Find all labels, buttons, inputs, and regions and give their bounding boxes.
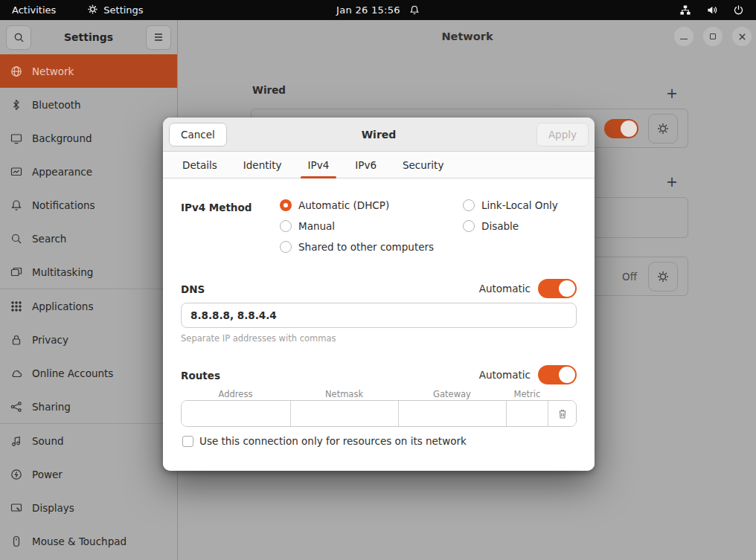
add-wired-connection-button[interactable]: + — [662, 83, 682, 103]
sidebar-item-sound[interactable]: Sound — [0, 424, 177, 457]
dialog-title: Wired — [163, 129, 595, 141]
sidebar-item-label: Appearance — [32, 166, 92, 178]
sidebar-item-label: Mouse & Touchpad — [32, 535, 126, 547]
dns-automatic-toggle[interactable] — [538, 279, 577, 298]
sidebar-item-applications[interactable]: Applications › — [0, 289, 177, 323]
tab-ipv6[interactable]: IPv6 — [347, 152, 384, 178]
sidebar-item-power[interactable]: Power — [0, 457, 177, 491]
background-icon — [10, 132, 22, 144]
notifications-bell-icon[interactable] — [409, 4, 420, 16]
bluetooth-icon — [10, 99, 22, 111]
page-title: Network — [179, 30, 756, 42]
activities-button[interactable]: Activities — [0, 4, 68, 16]
tab-details[interactable]: Details — [175, 152, 225, 178]
dns-label: DNS — [181, 283, 205, 295]
column-header-gateway: Gateway — [398, 389, 506, 399]
wired-settings-gear-button[interactable] — [648, 114, 678, 144]
gear-icon — [656, 122, 670, 135]
ipv4-page: IPv4 Method Automatic (DHCP) Manual Shar… — [163, 178, 595, 471]
wired-section-heading: Wired — [252, 84, 286, 96]
focused-app-menu[interactable]: Settings — [87, 4, 143, 17]
route-metric-input[interactable] — [506, 401, 548, 426]
radio-label: Disable — [481, 220, 519, 232]
column-header-metric: Metric — [506, 389, 548, 399]
radio-shared[interactable]: Shared to other computers — [280, 241, 434, 253]
clock[interactable]: Jan 26 15:56 — [336, 4, 400, 16]
route-netmask-input[interactable] — [290, 401, 398, 426]
gear-icon — [656, 270, 670, 283]
sidebar-item-search[interactable]: Search — [0, 222, 177, 255]
sidebar-item-label: Background — [32, 132, 92, 144]
multitasking-icon — [10, 266, 22, 278]
column-header-netmask: Netmask — [290, 389, 398, 399]
sidebar-item-multitasking[interactable]: Multitasking — [0, 255, 177, 289]
sidebar-item-label: Notifications — [32, 199, 95, 211]
sidebar-item-label: Bluetooth — [32, 99, 81, 111]
tab-security[interactable]: Security — [395, 152, 451, 178]
radio-icon — [463, 199, 475, 211]
routes-label: Routes — [181, 370, 220, 382]
cloud-icon — [10, 367, 22, 379]
radio-icon — [280, 241, 292, 253]
dns-hint: Separate IP addresses with commas — [181, 333, 336, 344]
sidebar-item-label: Applications — [32, 300, 93, 312]
proxy-settings-gear-button[interactable] — [648, 262, 678, 292]
delete-route-button[interactable] — [548, 401, 576, 426]
routes-automatic-toggle[interactable] — [538, 365, 577, 384]
sidebar-item-network[interactable]: Network — [0, 54, 177, 88]
volume-icon — [706, 4, 718, 16]
gear-icon — [87, 4, 98, 17]
sidebar-item-label: Search — [32, 233, 66, 245]
apply-button[interactable]: Apply — [536, 123, 589, 147]
radio-automatic-dhcp[interactable]: Automatic (DHCP) — [280, 199, 389, 211]
radio-icon — [280, 220, 292, 232]
dns-input[interactable] — [181, 303, 577, 328]
route-address-input[interactable] — [182, 401, 290, 426]
sidebar-item-bluetooth[interactable]: Bluetooth — [0, 88, 177, 121]
column-header-address: Address — [181, 389, 290, 399]
radio-link-local[interactable]: Link-Local Only — [463, 199, 558, 211]
radio-manual[interactable]: Manual — [280, 220, 335, 232]
sidebar-item-notifications[interactable]: Notifications — [0, 188, 177, 222]
sidebar-item-label: Online Accounts — [32, 367, 113, 379]
radio-icon — [280, 199, 292, 211]
sidebar-item-mouse-touchpad[interactable]: Mouse & Touchpad — [0, 524, 177, 558]
sidebar-search-button[interactable] — [6, 25, 31, 50]
share-icon — [10, 401, 22, 413]
main-headerbar: Network — [179, 20, 756, 52]
sidebar-title: Settings — [31, 31, 146, 43]
wired-toggle[interactable] — [604, 119, 638, 138]
sidebar-item-privacy[interactable]: Privacy › — [0, 323, 177, 356]
radio-label: Automatic (DHCP) — [298, 199, 389, 211]
sidebar-item-online-accounts[interactable]: Online Accounts — [0, 356, 177, 390]
tab-identity[interactable]: Identity — [236, 152, 289, 178]
sidebar-item-background[interactable]: Background — [0, 121, 177, 155]
checkbox-label: Use this connection only for resources o… — [199, 435, 467, 447]
top-bar: Activities Settings Jan 26 15:56 — [0, 0, 756, 20]
route-gateway-input[interactable] — [398, 401, 506, 426]
add-vpn-button[interactable]: + — [662, 172, 682, 191]
sidebar-item-appearance[interactable]: Appearance — [0, 155, 177, 188]
tab-ipv4[interactable]: IPv4 — [301, 152, 337, 178]
wired-settings-dialog: Wired Cancel Apply Details Identity IPv4… — [163, 118, 595, 471]
minimize-button[interactable] — [674, 27, 693, 46]
maximize-icon — [710, 33, 716, 39]
system-tray[interactable] — [679, 4, 756, 16]
restrict-connection-checkbox-row[interactable]: Use this connection only for resources o… — [182, 435, 467, 447]
radio-label: Manual — [298, 220, 335, 232]
radio-label: Shared to other computers — [298, 241, 434, 253]
trash-icon — [557, 408, 568, 419]
mouse-icon — [10, 535, 22, 547]
close-icon — [738, 33, 746, 41]
minimize-icon — [680, 39, 688, 39]
sidebar-item-sharing[interactable]: Sharing — [0, 390, 177, 423]
radio-disable[interactable]: Disable — [463, 220, 519, 232]
close-button[interactable] — [732, 27, 752, 46]
sidebar-item-displays[interactable]: Displays — [0, 491, 177, 524]
cancel-button[interactable]: Cancel — [169, 123, 227, 147]
app-grid-icon — [10, 300, 22, 312]
primary-menu-button[interactable] — [146, 25, 171, 50]
sidebar-item-label: Multitasking — [32, 266, 93, 278]
maximize-button[interactable] — [703, 27, 723, 46]
sidebar-item-label: Power — [32, 469, 63, 480]
